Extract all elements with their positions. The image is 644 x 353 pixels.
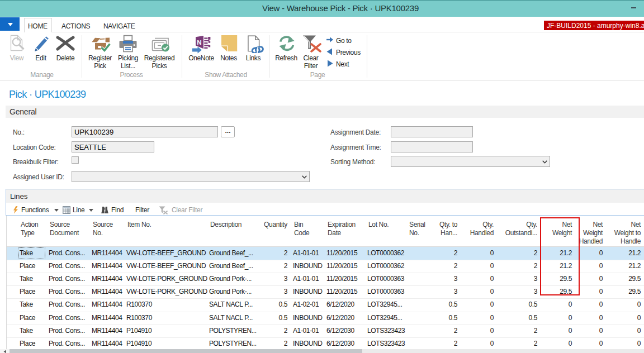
svg-text:N: N	[197, 39, 201, 46]
